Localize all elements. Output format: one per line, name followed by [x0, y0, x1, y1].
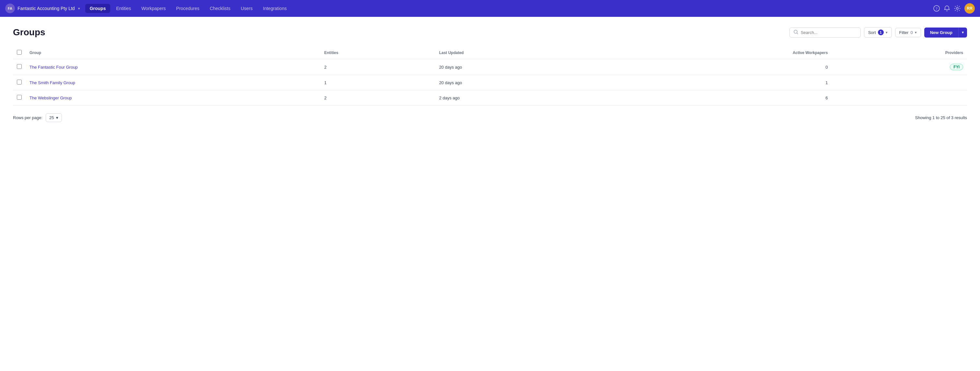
brand-name: Fantastic Accounting Pty Ltd — [18, 6, 75, 11]
table-row: The Webslinger Group 2 2 days ago 6 — [13, 90, 967, 106]
nav-item-checklists[interactable]: Checklists — [205, 4, 235, 13]
col-last-updated: Last Updated — [435, 47, 606, 59]
row-active-workpapers: 0 — [606, 59, 832, 75]
groups-table: Group Entities Last Updated Active Workp… — [13, 47, 967, 106]
row-active-workpapers: 6 — [606, 90, 832, 106]
select-all-col — [13, 47, 25, 59]
new-group-dropdown-button[interactable]: ▾ — [958, 27, 967, 38]
rows-per-page-chevron-icon: ▾ — [56, 115, 58, 120]
svg-point-2 — [956, 8, 958, 10]
row-providers — [832, 75, 967, 90]
search-input[interactable] — [801, 30, 856, 35]
pagination-row: Rows per page: 25 ▾ Showing 1 to 25 of 3… — [13, 113, 967, 122]
user-avatar[interactable]: RR — [964, 3, 975, 14]
row-last-updated: 20 days ago — [435, 59, 606, 75]
filter-chevron-icon: ▾ — [915, 30, 917, 35]
row-providers: FYI — [832, 59, 967, 75]
brand-link[interactable]: FA Fantastic Accounting Pty Ltd ▾ — [5, 3, 80, 13]
col-providers: Providers — [832, 47, 967, 59]
row-checkbox-cell — [13, 90, 25, 106]
col-group: Group — [25, 47, 320, 59]
header-actions: Sort 1 ▾ Filter 0 ▾ New Group ▾ — [789, 27, 967, 38]
table-row: The Fantastic Four Group 2 20 days ago 0… — [13, 59, 967, 75]
col-entities: Entities — [320, 47, 435, 59]
table-row: The Smith Family Group 1 20 days ago 1 — [13, 75, 967, 90]
row-checkbox-cell — [13, 75, 25, 90]
row-providers — [832, 90, 967, 106]
navbar: FA Fantastic Accounting Pty Ltd ▾ Groups… — [0, 0, 980, 17]
filter-count: 0 — [910, 30, 913, 35]
row-entities: 2 — [320, 90, 435, 106]
row-checkbox-cell — [13, 59, 25, 75]
fyi-badge: FYI — [950, 64, 963, 70]
group-link[interactable]: The Smith Family Group — [30, 80, 75, 85]
brand-avatar: FA — [5, 3, 15, 13]
filter-label: Filter — [899, 30, 909, 35]
search-box — [789, 27, 861, 38]
page-title: Groups — [13, 27, 789, 38]
rows-per-page-value: 25 — [49, 115, 54, 120]
new-group-btn-wrap: New Group ▾ — [924, 27, 967, 38]
nav-item-workpapers[interactable]: Workpapers — [137, 4, 170, 13]
search-icon — [794, 30, 798, 35]
select-all-checkbox[interactable] — [17, 50, 22, 55]
sort-chevron-icon: ▾ — [886, 30, 888, 35]
sort-button[interactable]: Sort 1 ▾ — [864, 27, 892, 38]
nav-item-integrations[interactable]: Integrations — [259, 4, 291, 13]
rows-per-page-select[interactable]: 25 ▾ — [46, 113, 62, 122]
row-checkbox[interactable] — [17, 95, 22, 100]
nav-item-groups[interactable]: Groups — [85, 4, 110, 13]
main-content: Groups Sort 1 ▾ Filter 0 ▾ — [0, 17, 980, 132]
table-header-row: Group Entities Last Updated Active Workp… — [13, 47, 967, 59]
nav-item-users[interactable]: Users — [236, 4, 257, 13]
row-entities: 2 — [320, 59, 435, 75]
navbar-right: ? RR — [933, 3, 975, 14]
row-group-name: The Fantastic Four Group — [25, 59, 320, 75]
help-icon[interactable]: ? — [933, 5, 940, 12]
row-last-updated: 2 days ago — [435, 90, 606, 106]
svg-line-4 — [797, 33, 798, 34]
sort-label: Sort — [868, 30, 876, 35]
filter-button[interactable]: Filter 0 ▾ — [895, 28, 921, 37]
svg-text:?: ? — [935, 6, 937, 11]
new-group-button[interactable]: New Group — [924, 27, 958, 38]
row-active-workpapers: 1 — [606, 75, 832, 90]
page-header: Groups Sort 1 ▾ Filter 0 ▾ — [13, 27, 967, 38]
settings-icon[interactable] — [954, 5, 961, 12]
rows-per-page: Rows per page: 25 ▾ — [13, 113, 62, 122]
group-link[interactable]: The Webslinger Group — [30, 95, 72, 100]
row-group-name: The Webslinger Group — [25, 90, 320, 106]
row-last-updated: 20 days ago — [435, 75, 606, 90]
col-active-workpapers: Active Workpapers — [606, 47, 832, 59]
group-link[interactable]: The Fantastic Four Group — [30, 65, 78, 70]
row-group-name: The Smith Family Group — [25, 75, 320, 90]
notifications-icon[interactable] — [944, 5, 950, 12]
row-checkbox[interactable] — [17, 64, 22, 69]
brand-chevron-icon: ▾ — [78, 6, 80, 11]
showing-text: Showing 1 to 25 of 3 results — [915, 115, 967, 120]
nav-item-procedures[interactable]: Procedures — [172, 4, 204, 13]
sort-count-badge: 1 — [878, 30, 884, 35]
nav-item-entities[interactable]: Entities — [111, 4, 135, 13]
rows-per-page-label: Rows per page: — [13, 115, 43, 120]
row-entities: 1 — [320, 75, 435, 90]
row-checkbox[interactable] — [17, 80, 22, 84]
